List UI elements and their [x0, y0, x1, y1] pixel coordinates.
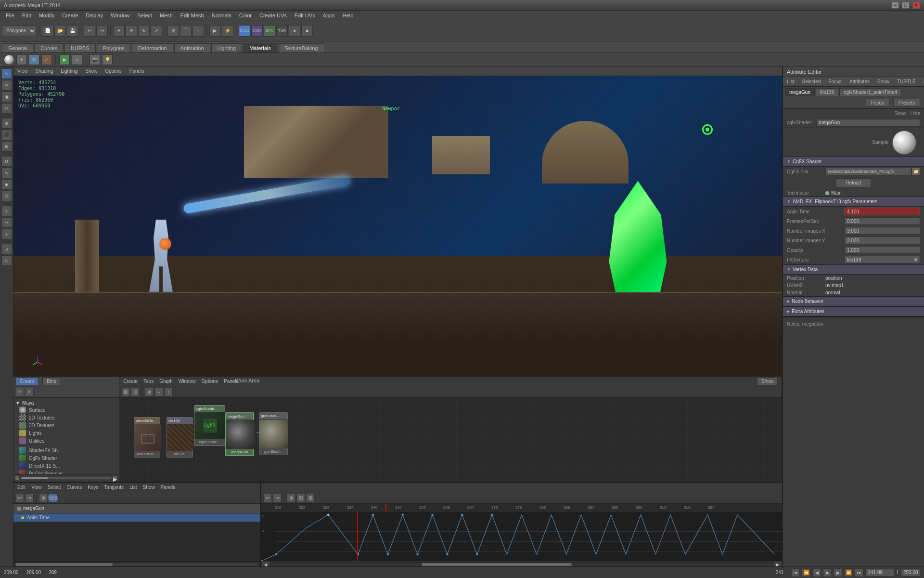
extra-attrs-header[interactable]: ▶ Extra Attributes — [783, 307, 924, 316]
lasso-tool[interactable]: ◉ — [1, 92, 12, 102]
viewport-menu-shading[interactable]: Shading — [36, 68, 53, 74]
menu-edit-uvs[interactable]: Edit UVs — [291, 12, 319, 19]
minimize-button[interactable]: ─ — [891, 2, 899, 9]
rotate-tool[interactable]: ↻ — [138, 25, 150, 37]
tl-menu-show[interactable]: Show — [143, 485, 155, 490]
snap-point-button[interactable]: ◦ — [192, 25, 204, 37]
node-cgfxshader[interactable]: cgfxShade... CgFX cgfxShade... — [194, 405, 225, 446]
work-area-menu-graph[interactable]: Graph — [159, 379, 173, 384]
misc-tool1[interactable]: ⊿ — [1, 244, 12, 254]
mode-dropdown[interactable]: Polygons — [2, 26, 37, 36]
extrude-tool[interactable]: ⬛ — [1, 130, 12, 140]
status-next-frame[interactable]: ▶ — [834, 568, 842, 577]
new-scene-button[interactable]: 📄 — [42, 25, 53, 37]
tl-menu-panels[interactable]: Panels — [161, 485, 176, 490]
tab-animation[interactable]: Animation — [174, 43, 210, 53]
fxtex-btn[interactable]: ▼ — [913, 257, 919, 263]
menu-display[interactable]: Display — [82, 12, 107, 19]
presets-button[interactable]: Presets — [893, 99, 920, 107]
node-behavior-header[interactable]: ▶ Node Behavior — [783, 297, 924, 306]
wa-tool3[interactable]: ⊕ — [145, 388, 154, 396]
tl-tool3[interactable]: ⊕ — [39, 494, 48, 502]
tab-curves[interactable]: Curves — [34, 43, 64, 53]
menu-create-uvs[interactable]: Create UVs — [256, 12, 291, 19]
sfx-preset[interactable]: SFX — [264, 25, 275, 37]
redo-button[interactable]: ↪ — [96, 25, 108, 37]
close-button[interactable]: ✕ — [912, 2, 920, 9]
uv-tool[interactable]: U — [1, 156, 12, 167]
attr-tab-turtle[interactable]: TURTLE — [895, 78, 918, 85]
maya-group-header[interactable]: ▼ Maya — [15, 400, 117, 406]
status-range-end[interactable] — [901, 569, 920, 577]
num-y-value[interactable]: 3.000 — [845, 236, 920, 244]
attach-tool[interactable]: ⊹ — [1, 229, 12, 239]
menu-mesh[interactable]: Mesh — [156, 12, 177, 19]
tl-menu-tangents[interactable]: Tangents — [104, 485, 124, 490]
cube-preview[interactable]: ■ — [301, 25, 313, 37]
tab-materials[interactable]: Materials — [243, 43, 277, 53]
viewport-menu-lighting[interactable]: Lighting — [61, 68, 77, 74]
curve-tool3[interactable]: ⊕ — [287, 494, 295, 502]
shader-tab-megagun[interactable]: megaGun — [785, 88, 815, 96]
work-area-menu-panels[interactable]: Panels — [224, 379, 239, 384]
render2-icon[interactable]: ▷ — [72, 54, 82, 65]
attr-tab-selected[interactable]: Selected — [800, 78, 823, 85]
curve-tool1[interactable]: ↩ — [263, 494, 272, 502]
num-x-value[interactable]: 3.000 — [845, 227, 920, 235]
cut-tool[interactable]: ✂ — [1, 103, 12, 114]
cgfx-preset[interactable]: CGfX — [251, 25, 263, 37]
scroll-right-btn[interactable]: ▶ — [113, 476, 117, 480]
bins-tab-btn[interactable]: Bins — [42, 377, 60, 385]
status-frame-field[interactable] — [865, 569, 894, 577]
bridge-tool[interactable]: ⊞ — [1, 141, 12, 152]
tab-general[interactable]: General — [2, 43, 33, 53]
ipr-button[interactable]: ⚡ — [222, 25, 233, 37]
tab-deformation[interactable]: Deformation — [132, 43, 173, 53]
node-megagun[interactable]: megaGun megaGun — [225, 412, 254, 456]
scale-icon[interactable]: ⤢ — [41, 54, 52, 65]
curve-tool5[interactable]: ⊞ — [306, 494, 315, 502]
save-button[interactable]: 💾 — [67, 25, 78, 37]
hs-scrollbar[interactable]: ▶ — [13, 474, 119, 482]
render-button[interactable]: ▶ — [209, 25, 221, 37]
sphere-preview[interactable]: ● — [289, 25, 300, 37]
focus-button[interactable]: Focus — [866, 99, 889, 107]
tl-tool2[interactable]: ↪ — [25, 494, 34, 502]
menu-edit[interactable]: Edit — [18, 12, 35, 19]
shaderfx-item[interactable]: ShaderFX Sh... — [15, 447, 117, 454]
light-icon[interactable]: 💡 — [102, 54, 113, 65]
anim-time-value[interactable]: 4.100 — [845, 208, 920, 215]
cgfx-section-header[interactable]: ▼ CgFX Shader — [783, 157, 924, 167]
work-area-menu-window[interactable]: Window — [179, 379, 196, 384]
tl-stats-btn[interactable]: Stats — [49, 494, 57, 502]
node-gunblast[interactable]: gunBlast... gunBlast... — [259, 412, 288, 455]
maya-surface[interactable]: Surface — [15, 406, 117, 414]
curve-tool4[interactable]: ⊟ — [296, 494, 305, 502]
viewport-menu-view[interactable]: View — [17, 68, 28, 74]
menu-apps[interactable]: Apps — [319, 12, 339, 19]
scroll-left-btn[interactable] — [15, 476, 19, 480]
tab-nurbs[interactable]: NURBS — [64, 43, 96, 53]
snap-curve-button[interactable]: ⌒ — [180, 25, 192, 37]
maya-3dtex[interactable]: 3D Textures — [15, 421, 117, 429]
fps-value[interactable]: 0.000 — [845, 217, 920, 225]
node-file139[interactable]: file139 file139 — [167, 417, 193, 458]
curve-tool2[interactable]: ↪ — [273, 494, 282, 502]
menu-color[interactable]: Color — [235, 12, 256, 19]
move-icon[interactable]: + — [16, 54, 27, 65]
work-area-menu-tabs[interactable]: Tabs — [143, 379, 154, 384]
select-tool-left[interactable]: ↖ — [1, 68, 12, 79]
camera-icon[interactable]: 📷 — [90, 54, 100, 65]
attr-tab-focus[interactable]: Focus — [826, 78, 843, 85]
viewport-menu-show[interactable]: Show — [85, 68, 97, 74]
tab-lighting[interactable]: Lighting — [211, 43, 243, 53]
render-icon[interactable]: ▶ — [59, 54, 70, 65]
menu-window[interactable]: Window — [107, 12, 133, 19]
undo-button[interactable]: ↩ — [84, 25, 95, 37]
opacity-value[interactable]: 1.000 — [845, 246, 920, 254]
scale-tool[interactable]: ⤢ — [151, 25, 162, 37]
hs-tool2[interactable]: × — [25, 388, 34, 396]
rotate-icon[interactable]: ↻ — [29, 54, 39, 65]
menu-normals[interactable]: Normals — [208, 12, 235, 19]
menu-file[interactable]: File — [2, 12, 18, 19]
